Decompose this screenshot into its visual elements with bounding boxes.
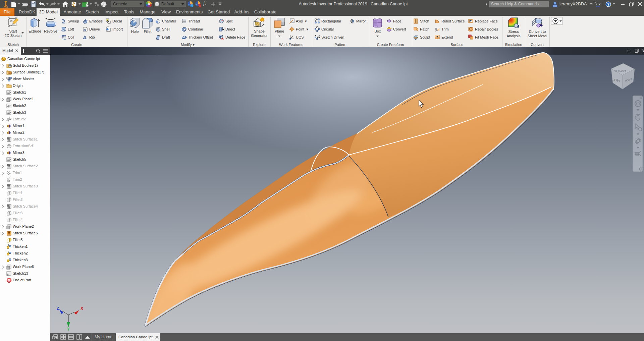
- svg-text:?: ?: [607, 2, 609, 6]
- svg-text:Z: Z: [57, 306, 59, 311]
- svg-text:X: X: [80, 306, 83, 311]
- svg-text:E: E: [85, 20, 86, 22]
- svg-text:PRO: PRO: [3, 6, 8, 8]
- svg-text:BOTTOM: BOTTOM: [614, 69, 627, 72]
- svg-text:Y: Y: [67, 327, 70, 332]
